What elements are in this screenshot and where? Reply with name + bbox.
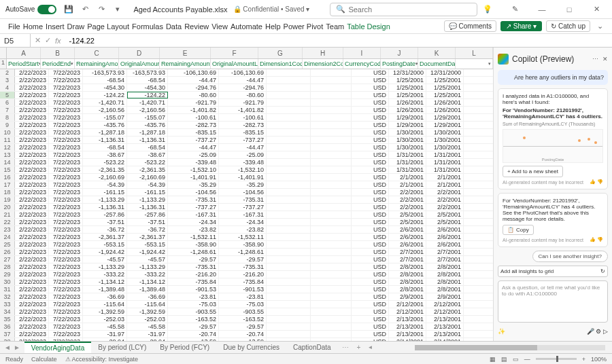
cell[interactable]: -38.67 <box>83 151 127 158</box>
cell[interactable]: -106,130.69 <box>168 69 219 76</box>
add-insights-button[interactable]: Add all insights to grid ↻ <box>498 266 608 277</box>
cell[interactable]: -1,133.29 <box>83 196 127 203</box>
cell[interactable]: 7/22/2023 <box>49 219 83 225</box>
row-number[interactable]: 12 <box>0 144 15 151</box>
cell[interactable]: 7/22/2023 <box>49 331 83 338</box>
row-number[interactable]: 4 <box>0 84 15 91</box>
cell[interactable]: 2/22/2023 <box>15 166 49 173</box>
cell[interactable]: 7/22/2023 <box>49 204 83 211</box>
cell[interactable]: -115.64 <box>83 301 127 308</box>
toggle-on-icon[interactable] <box>37 5 56 14</box>
cell[interactable]: -901.53 <box>168 286 219 293</box>
cell[interactable] <box>311 204 352 211</box>
row-number[interactable]: 37 <box>0 331 15 338</box>
cell[interactable] <box>267 241 311 248</box>
cell[interactable]: 2/12/2001 <box>426 308 464 315</box>
cell[interactable]: -163.52 <box>168 316 219 323</box>
thumbs-up-icon[interactable]: 👍 <box>590 237 596 242</box>
refresh-icon[interactable]: ↻ <box>600 268 605 274</box>
cell[interactable]: -1,287.18 <box>127 129 168 136</box>
sheet-next-icon[interactable]: ► <box>14 344 20 351</box>
cell[interactable]: 2/22/2023 <box>15 189 49 196</box>
cell[interactable]: 2/22/2023 <box>15 174 49 181</box>
cell[interactable] <box>267 84 311 91</box>
search-input[interactable] <box>348 5 471 14</box>
cell[interactable] <box>311 278 352 285</box>
cell[interactable]: -1,924.42 <box>127 249 168 255</box>
cell[interactable]: -1,532.10 <box>168 166 219 173</box>
cell[interactable]: 2/7/2001 <box>426 256 464 263</box>
cell[interactable]: 2/22/2023 <box>15 159 49 166</box>
cell[interactable]: -44.47 <box>168 144 219 151</box>
cell[interactable]: -553.15 <box>127 241 168 248</box>
cell[interactable]: 12/31/2000 <box>389 69 426 76</box>
cell[interactable]: -257.86 <box>127 211 168 218</box>
cell[interactable]: -106,130.69 <box>219 69 267 76</box>
column-header[interactable]: K <box>418 48 456 58</box>
cell[interactable]: 7/22/2023 <box>49 122 83 128</box>
cell[interactable]: 2/5/2001 <box>389 211 426 218</box>
cell[interactable] <box>311 211 352 218</box>
cell[interactable]: 2/22/2023 <box>15 271 49 278</box>
ribbon-tab-insert[interactable]: Insert <box>44 21 66 32</box>
cell[interactable]: 1/25/2001 <box>426 84 464 91</box>
row-number[interactable]: 18 <box>0 189 15 196</box>
cell[interactable] <box>267 234 311 240</box>
cell[interactable]: -333.22 <box>127 271 168 278</box>
cell[interactable] <box>311 129 352 136</box>
cell[interactable]: USD <box>352 234 389 240</box>
cell[interactable]: 1/25/2001 <box>389 77 426 84</box>
row-number[interactable]: 33 <box>0 301 15 308</box>
row-number[interactable]: 17 <box>0 181 15 188</box>
cell[interactable]: 2/14/2001 <box>426 338 464 341</box>
cell[interactable]: 2/8/2001 <box>426 263 464 270</box>
cell[interactable] <box>267 69 311 76</box>
cell[interactable]: 7/22/2023 <box>49 159 83 166</box>
cell[interactable]: -903.55 <box>168 308 219 315</box>
cell[interactable]: -68.54 <box>127 77 168 84</box>
row-number[interactable]: 34 <box>0 308 15 315</box>
formula-input[interactable] <box>65 37 612 45</box>
cell[interactable]: -252.03 <box>127 316 168 323</box>
cell[interactable]: 1/30/2001 <box>389 144 426 151</box>
sheet-prev-icon[interactable]: ◄ <box>4 344 11 351</box>
ribbon-tab-help[interactable]: Help <box>264 21 282 32</box>
row-number[interactable]: 21 <box>0 211 15 218</box>
cell[interactable]: -1,532.11 <box>219 234 267 240</box>
row-number[interactable]: 15 <box>0 166 15 173</box>
add-to-sheet-button[interactable]: + Add to a new sheet <box>503 166 563 177</box>
cell[interactable]: USD <box>352 114 389 121</box>
cell[interactable]: -1,248.61 <box>168 249 219 255</box>
settings-icon[interactable]: ⚙ <box>596 328 601 335</box>
cell[interactable] <box>267 301 311 308</box>
spreadsheet-grid[interactable]: ABCDEFGHIJKL 1 PeriodStart▾PeriodEnd▾Rem… <box>0 48 493 341</box>
cell[interactable] <box>267 271 311 278</box>
cell[interactable]: USD <box>352 293 389 300</box>
cell[interactable]: 2/7/2001 <box>389 249 426 255</box>
cell[interactable]: 7/22/2023 <box>49 151 83 158</box>
cell[interactable] <box>267 151 311 158</box>
cell[interactable]: USD <box>352 323 389 330</box>
cell[interactable]: -2,160.69 <box>83 174 127 181</box>
cell[interactable]: -737.27 <box>219 204 267 211</box>
cell[interactable]: 2/14/2001 <box>389 338 426 341</box>
cell[interactable]: -163.52 <box>219 316 267 323</box>
cell[interactable]: 2/2/2001 <box>389 204 426 211</box>
cell[interactable] <box>311 263 352 270</box>
cell[interactable]: -737.27 <box>168 136 219 143</box>
row-number[interactable]: 1 <box>0 59 7 69</box>
cell[interactable]: -29.57 <box>219 323 267 330</box>
row-number[interactable]: 2 <box>0 69 15 76</box>
cell[interactable] <box>311 331 352 338</box>
cell[interactable]: USD <box>352 263 389 270</box>
cell[interactable] <box>311 144 352 151</box>
cell[interactable]: USD <box>352 136 389 143</box>
column-header[interactable]: L <box>456 48 493 58</box>
cell[interactable] <box>267 189 311 196</box>
cell[interactable]: 7/22/2023 <box>49 189 83 196</box>
cell[interactable]: USD <box>352 196 389 203</box>
row-number[interactable]: 23 <box>0 226 15 233</box>
cell[interactable]: -454.30 <box>127 84 168 91</box>
cell[interactable]: 7/22/2023 <box>49 181 83 188</box>
cell[interactable]: -1,136.31 <box>83 136 127 143</box>
